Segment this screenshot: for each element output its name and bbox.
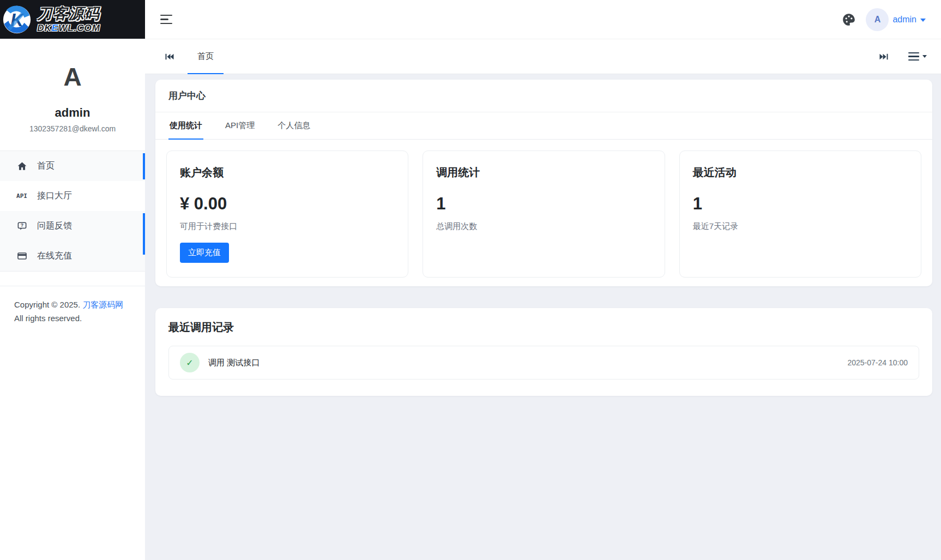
recent-calls-panel: 最近调用记录 ✓ 调用 测试接口 2025-07-24 10:00: [155, 308, 932, 396]
sidebar-profile: A admin 1302357281@dkewl.com: [0, 39, 145, 133]
balance-desc: 可用于计费接口: [180, 221, 395, 232]
call-stats-title: 调用统计: [436, 165, 651, 180]
scroll-tabs-end-icon[interactable]: [873, 52, 894, 61]
recharge-now-button[interactable]: 立即充值: [180, 243, 229, 263]
scroll-tabs-start-icon[interactable]: [159, 39, 180, 74]
home-icon: [15, 161, 28, 171]
recent-calls-title: 最近调用记录: [168, 320, 919, 335]
top-header: K 刀客源码 DKEWL.COM A admin: [0, 0, 941, 39]
sidebar-item-recharge[interactable]: 在线充值: [0, 241, 145, 271]
profile-username: admin: [0, 106, 145, 120]
recent-activity-value: 1: [693, 194, 908, 214]
brand-logo[interactable]: K 刀客源码 DKEWL.COM: [0, 0, 145, 39]
sidebar-toggle-icon[interactable]: [160, 11, 177, 28]
copyright-text: Copyright © 2025. 刀客源码网: [14, 298, 131, 311]
header-right-cluster: A admin: [842, 8, 926, 31]
recent-activity-card: 最近活动 1 最近7天记录: [679, 150, 921, 278]
profile-email: 1302357281@dkewl.com: [0, 124, 145, 133]
site-link[interactable]: 刀客源码网: [82, 300, 123, 309]
avatar-letter: A: [874, 15, 881, 25]
sidebar-item-label: 首页: [37, 160, 55, 172]
chevron-down-icon: [922, 55, 927, 58]
tab-api-management[interactable]: API管理: [224, 112, 256, 139]
stat-cards: 账户余额 ¥ 0.00 可用于计费接口 立即充值 调用统计 1 总调用次数 最近…: [155, 140, 932, 286]
sidebar-menu: 首页 API 接口大厅 ? 问题反馈: [0, 151, 145, 271]
brand-text: 刀客源码 DKEWL.COM: [37, 7, 100, 33]
record-timestamp: 2025-07-24 10:00: [847, 358, 908, 367]
sidebar-item-api-hall[interactable]: API 接口大厅: [0, 181, 145, 211]
sidebar-item-label: 问题反馈: [37, 220, 72, 232]
profile-avatar: A: [0, 64, 145, 89]
brand-name-en: DKEWL.COM: [37, 23, 100, 33]
recent-activity-desc: 最近7天记录: [693, 221, 908, 232]
app-body: A admin 1302357281@dkewl.com 首页 API 接口大厅: [0, 39, 941, 560]
tab-home-label: 首页: [197, 51, 214, 62]
theme-palette-icon[interactable]: [842, 13, 856, 27]
balance-card-title: 账户余额: [180, 165, 395, 180]
user-menu[interactable]: A admin: [866, 8, 926, 31]
tab-bar-right: [873, 39, 927, 74]
list-icon: [908, 52, 919, 61]
user-center-panel: 用户中心 使用统计 API管理 个人信息 账户余额 ¥ 0.00 可用于计费接口…: [155, 80, 932, 286]
panel-header: 用户中心: [155, 80, 932, 112]
user-avatar[interactable]: A: [866, 8, 889, 31]
tab-personal-info[interactable]: 个人信息: [276, 112, 311, 139]
sidebar-item-label: 接口大厅: [37, 190, 72, 202]
user-name: admin: [892, 15, 916, 25]
tab-options-menu[interactable]: [908, 52, 927, 61]
feedback-icon: ?: [15, 221, 28, 231]
brand-k-icon: K: [1, 4, 33, 35]
page-tab-bar: 首页: [145, 39, 941, 74]
tab-home[interactable]: 首页: [188, 39, 224, 74]
rights-text: All rights reserved.: [14, 314, 131, 323]
sidebar-footer: Copyright © 2025. 刀客源码网 All rights reser…: [0, 286, 145, 323]
success-check-icon: ✓: [180, 353, 200, 372]
sidebar-item-home[interactable]: 首页: [0, 151, 145, 181]
call-stats-desc: 总调用次数: [436, 221, 651, 232]
recharge-icon: [15, 251, 28, 261]
menu-scrollbar-thumb[interactable]: [143, 213, 145, 255]
panel-title: 用户中心: [168, 89, 919, 102]
sidebar-item-feedback[interactable]: ? 问题反馈: [0, 211, 145, 241]
chevron-down-icon: [920, 19, 926, 22]
balance-value: ¥ 0.00: [180, 194, 395, 214]
record-text: 调用 测试接口: [208, 358, 260, 368]
call-stats-card: 调用统计 1 总调用次数: [423, 150, 665, 278]
header-bar: A admin: [145, 0, 941, 39]
balance-card: 账户余额 ¥ 0.00 可用于计费接口 立即充值: [166, 150, 408, 278]
svg-text:?: ?: [20, 222, 23, 228]
call-stats-value: 1: [436, 194, 651, 214]
record-row[interactable]: ✓ 调用 测试接口 2025-07-24 10:00: [168, 346, 919, 380]
active-item-indicator: [143, 153, 145, 179]
main-area: 首页 用户中心: [145, 39, 941, 560]
tab-usage-stats[interactable]: 使用统计: [168, 112, 203, 139]
app-window: K 刀客源码 DKEWL.COM A admin: [0, 0, 941, 560]
page-content[interactable]: 用户中心 使用统计 API管理 个人信息 账户余额 ¥ 0.00 可用于计费接口…: [145, 74, 941, 560]
recent-activity-title: 最近活动: [693, 165, 908, 180]
api-icon: API: [15, 192, 28, 200]
sidebar: A admin 1302357281@dkewl.com 首页 API 接口大厅: [0, 39, 145, 560]
brand-name-cn: 刀客源码: [37, 7, 100, 21]
sidebar-item-label: 在线充值: [37, 250, 72, 262]
content-tabs: 使用统计 API管理 个人信息: [155, 112, 932, 140]
